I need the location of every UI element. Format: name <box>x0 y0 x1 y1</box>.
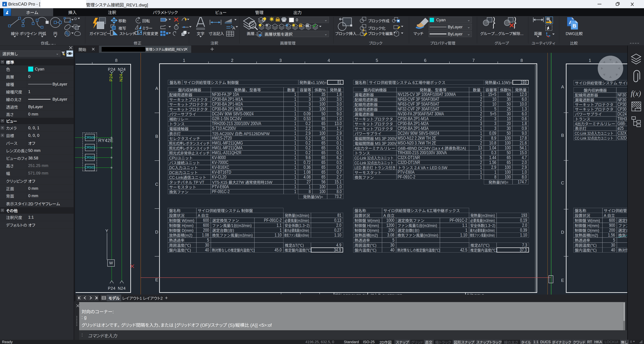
svg-text:f(x): f(x) <box>631 89 641 98</box>
svg-text:A: A <box>232 25 235 30</box>
svg-text:B: B <box>572 23 576 28</box>
